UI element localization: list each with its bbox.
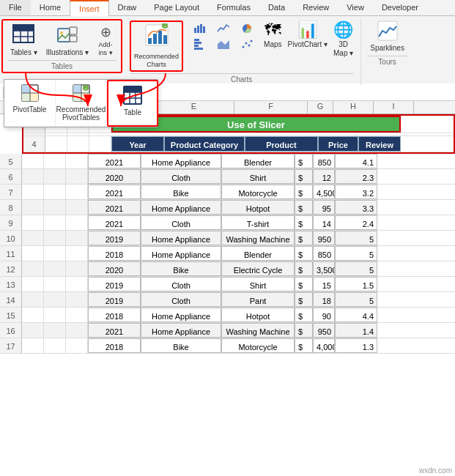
cell-year-5[interactable]: 2021 [88, 154, 141, 168]
table-menu-item[interactable]: Table [107, 80, 158, 127]
line-chart-button[interactable] [212, 21, 234, 35]
cell-category-11[interactable]: Home Appliance [141, 246, 221, 261]
cell-A17[interactable] [22, 338, 44, 353]
cell-C7[interactable] [66, 185, 88, 199]
cell-C8[interactable] [66, 200, 88, 215]
cell-price-16[interactable]: 950 [313, 323, 335, 338]
cell-A7[interactable] [22, 185, 44, 199]
cell-price-5[interactable]: 850 [313, 154, 335, 168]
cell-review-13[interactable]: 1.5 [335, 277, 377, 291]
recommended-charts-button[interactable]: ✓ RecommendedCharts [130, 21, 183, 72]
area-chart-button[interactable] [212, 37, 234, 51]
cell-B10[interactable] [44, 231, 66, 245]
cell-review-15[interactable]: 4.4 [335, 308, 377, 322]
cell-price-sym-6[interactable]: $ [295, 169, 313, 184]
cell-category-12[interactable]: Bike [141, 261, 221, 276]
cell-category-15[interactable]: Home Appliance [141, 308, 221, 322]
cell-C6[interactable] [66, 169, 88, 184]
cell-B13[interactable] [44, 277, 66, 291]
cell-product-15[interactable]: Hotpot [221, 308, 295, 322]
sparklines-button[interactable]: Sparklines [367, 19, 407, 54]
cell-C14[interactable] [66, 292, 88, 307]
cell-category-16[interactable]: Home Appliance [141, 323, 221, 338]
cell-product-17[interactable]: Motorcycle [221, 338, 295, 353]
cell-review-14[interactable]: 5 [335, 292, 377, 307]
cell-A15[interactable] [22, 308, 44, 322]
cell-B5[interactable] [44, 154, 66, 168]
cell-review-7[interactable]: 3.2 [335, 185, 377, 199]
cell-year-16[interactable]: 2021 [88, 323, 141, 338]
cell-A13[interactable] [22, 277, 44, 291]
cell-price-8[interactable]: 95 [313, 200, 335, 215]
cell-year-15[interactable]: 2018 [88, 308, 141, 322]
pivot-table-menu-item[interactable]: PivotTable [4, 80, 56, 127]
cell-year-6[interactable]: 2020 [88, 169, 141, 184]
tables-button[interactable]: Tables ▾ [7, 22, 40, 59]
cell-category-7[interactable]: Bike [141, 185, 221, 199]
cell-price-sym-15[interactable]: $ [295, 308, 313, 322]
header-review[interactable]: Review [358, 136, 401, 152]
cell-review-12[interactable]: 5 [335, 261, 377, 276]
cell-review-17[interactable]: 1.3 [335, 338, 377, 353]
cell-A14[interactable] [22, 292, 44, 307]
cell-year-10[interactable]: 2019 [88, 231, 141, 245]
cell-C17[interactable] [66, 338, 88, 353]
cell-price-7[interactable]: 4,500 [313, 185, 335, 199]
header-year[interactable]: Year [111, 136, 164, 152]
cell-product-13[interactable]: Shirt [221, 277, 295, 291]
cell-B4[interactable] [67, 136, 89, 152]
cell-price-sym-12[interactable]: $ [295, 261, 313, 276]
cell-price-sym-7[interactable]: $ [295, 185, 313, 199]
cell-B14[interactable] [44, 292, 66, 307]
cell-product-9[interactable]: T-shirt [221, 215, 295, 230]
cell-B6[interactable] [44, 169, 66, 184]
tab-view[interactable]: View [338, 0, 373, 15]
cell-A6[interactable] [22, 169, 44, 184]
cell-category-9[interactable]: Cloth [141, 215, 221, 230]
tab-file[interactable]: File [0, 0, 31, 15]
header-price[interactable]: Price [318, 136, 358, 152]
tab-review[interactable]: Review [294, 0, 338, 15]
pivot-chart-button[interactable]: 📊 PivotChart ▾ [288, 21, 328, 49]
cell-category-6[interactable]: Cloth [141, 169, 221, 184]
cell-product-6[interactable]: Shirt [221, 169, 295, 184]
add-ins-button[interactable]: ⊕ Add-ins ▾ [95, 23, 116, 59]
tab-insert[interactable]: Insert [70, 0, 109, 16]
cell-B16[interactable] [44, 323, 66, 338]
recommended-pivot-tables-menu-item[interactable]: ✓ RecommendedPivotTables [56, 80, 107, 127]
cell-year-13[interactable]: 2019 [88, 277, 141, 291]
cell-C10[interactable] [66, 231, 88, 245]
cell-price-sym-13[interactable]: $ [295, 277, 313, 291]
cell-product-11[interactable]: Blender [221, 246, 295, 261]
cell-price-17[interactable]: 4,000 [313, 338, 335, 353]
cell-year-12[interactable]: 2020 [88, 261, 141, 276]
cell-C16[interactable] [66, 323, 88, 338]
cell-C11[interactable] [66, 246, 88, 261]
cell-category-8[interactable]: Home Appliance [141, 200, 221, 215]
cell-product-12[interactable]: Electric Cycle [221, 261, 295, 276]
cell-price-6[interactable]: 12 [313, 169, 335, 184]
cell-price-sym-9[interactable]: $ [295, 215, 313, 230]
cell-C3[interactable] [89, 133, 357, 135]
cell-price-sym-5[interactable]: $ [295, 154, 313, 168]
cell-review-5[interactable]: 4.1 [335, 154, 377, 168]
tab-developer[interactable]: Developer [373, 0, 427, 15]
maps-button[interactable]: 🗺 Maps [264, 21, 281, 49]
illustrations-button[interactable]: Illustrations ▾ [43, 24, 92, 59]
scatter-chart-button[interactable] [236, 37, 258, 51]
cell-year-17[interactable]: 2018 [88, 338, 141, 353]
cell-C13[interactable] [66, 277, 88, 291]
3d-map-button[interactable]: 🌐 3DMap ▾ [333, 21, 353, 58]
tab-formulas[interactable]: Formulas [208, 0, 259, 15]
cell-A8[interactable] [22, 200, 44, 215]
cell-C4[interactable] [89, 136, 111, 152]
cell-B7[interactable] [44, 185, 66, 199]
cell-A3[interactable] [45, 133, 67, 135]
cell-product-10[interactable]: Washing Machine [221, 231, 295, 245]
cell-B11[interactable] [44, 246, 66, 261]
tab-home[interactable]: Home [31, 0, 70, 15]
cell-review-6[interactable]: 2.3 [335, 169, 377, 184]
cell-year-7[interactable]: 2021 [88, 185, 141, 199]
header-category[interactable]: Product Category [164, 136, 245, 152]
cell-review-8[interactable]: 3.3 [335, 200, 377, 215]
